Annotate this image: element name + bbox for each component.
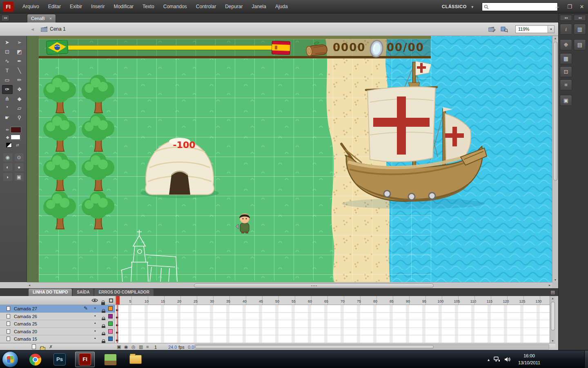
workspace-switcher[interactable]: CLÁSSICO ▾ xyxy=(442,0,473,13)
edit-scene-icon[interactable] xyxy=(488,26,496,32)
stroke-color-swatch[interactable] xyxy=(11,127,21,132)
gradient-transform-tool[interactable]: ◩ xyxy=(14,47,25,56)
playhead[interactable] xyxy=(116,296,120,305)
center-frame-button[interactable]: ▣ xyxy=(117,344,121,350)
show-desktop-button[interactable] xyxy=(584,350,588,368)
tree-sprites[interactable] xyxy=(43,75,114,229)
zoom-tool[interactable]: ⚲ xyxy=(14,113,25,122)
zoom-control[interactable]: 119% ▾ xyxy=(515,25,555,33)
tl-scroll-down-icon[interactable]: ▼ xyxy=(550,339,555,342)
transform-panel-icon[interactable]: ⊡ xyxy=(560,66,572,77)
tl-hscroll-thumb[interactable] xyxy=(195,345,434,349)
stage-vscroll-thumb[interactable] xyxy=(553,42,558,181)
timeline-horizontal-scrollbar[interactable] xyxy=(194,344,549,350)
new-layer-button[interactable] xyxy=(32,344,36,349)
brush-mode-icon[interactable]: ◐ xyxy=(3,163,12,171)
subselection-tool[interactable]: ➢ xyxy=(14,38,25,47)
brush-tool[interactable]: ✑ xyxy=(2,85,13,94)
tab-linha-do-tempo[interactable]: LINHA DO TEMPO xyxy=(29,289,72,296)
minimize-icon[interactable]: – xyxy=(554,4,561,10)
hand-tool[interactable]: ☛ xyxy=(2,113,13,122)
deco-tool[interactable]: ❖ xyxy=(14,85,25,94)
ship-sprite[interactable] xyxy=(341,61,487,209)
rectangle-tool[interactable]: ▭ xyxy=(2,76,13,85)
layer-row[interactable]: Camada 27✎• xyxy=(0,305,550,313)
lasso-tool[interactable]: ∿ xyxy=(2,57,13,66)
network-icon[interactable] xyxy=(494,357,500,362)
tl-scroll-up-icon[interactable]: ▲ xyxy=(550,297,555,300)
properties-panel-icon[interactable]: i xyxy=(560,24,572,35)
start-button[interactable] xyxy=(2,352,18,367)
edit-symbol-icon[interactable] xyxy=(501,26,508,32)
layer-frames[interactable] xyxy=(115,335,550,343)
frame-rate-value[interactable]: 24.0 xyxy=(168,345,177,350)
taskbar-item-flash[interactable]: Fl xyxy=(75,352,95,367)
lock-fill-icon[interactable]: ▣ xyxy=(15,173,24,181)
color-panel-icon[interactable]: ❉ xyxy=(560,39,572,50)
collapse-panel-icon[interactable]: ◂◂ xyxy=(1,15,9,21)
show-hide-layers-icon[interactable] xyxy=(91,298,98,303)
outline-layers-icon[interactable] xyxy=(109,298,113,303)
bone-tool[interactable]: ⋔ xyxy=(2,94,13,103)
object-drawing-icon[interactable]: ⊙ xyxy=(15,153,24,162)
tab-erros-do-compilador[interactable]: ERROS DO COMPILADOR xyxy=(94,289,153,296)
menu-item-texto[interactable]: Texto xyxy=(138,0,159,13)
speaker-icon[interactable] xyxy=(504,357,510,362)
taskbar-item-game[interactable] xyxy=(100,352,120,367)
scroll-right-icon[interactable]: ▸ xyxy=(549,283,550,287)
layer-frames[interactable] xyxy=(115,313,550,321)
menu-item-controlar[interactable]: Controlar xyxy=(192,0,220,13)
scroll-down-icon[interactable]: ▼ xyxy=(552,278,558,281)
layer-outline-color[interactable] xyxy=(108,329,113,334)
frame-ruler[interactable]: 5101520253035404550556065707580859095100… xyxy=(115,296,550,305)
stage-hscroll-thumb[interactable] xyxy=(194,283,434,288)
eyedropper-tool[interactable]: ❜ xyxy=(2,104,13,113)
church-sketch-sprite[interactable] xyxy=(121,230,177,282)
panel-menu-icon[interactable]: ▤ xyxy=(551,289,555,295)
tab-close-icon[interactable]: × xyxy=(49,16,52,21)
layer-row[interactable]: Camada 25• xyxy=(0,320,550,328)
menu-item-exibir[interactable]: Exibir xyxy=(65,0,87,13)
layer-frames[interactable] xyxy=(115,305,550,313)
layer-visibility-dot[interactable]: • xyxy=(94,336,96,341)
maximize-icon[interactable]: ❐ xyxy=(566,4,573,10)
layer-outline-color[interactable] xyxy=(108,337,113,341)
menu-item-editar[interactable]: Editar xyxy=(44,0,65,13)
layer-row-header[interactable]: Camada 20• xyxy=(0,328,115,336)
menu-item-ajuda[interactable]: Ajuda xyxy=(271,0,292,13)
layer-row-header[interactable]: Camada 15• xyxy=(0,335,115,343)
black-white-button[interactable] xyxy=(6,143,12,148)
layer-row-header[interactable]: Camada 27✎• xyxy=(0,305,115,313)
stage-vertical-scrollbar[interactable]: ▲ ▼ xyxy=(552,36,558,282)
paint-bucket-tool[interactable]: ◆ xyxy=(14,94,25,103)
tl-vscroll-thumb[interactable] xyxy=(551,302,555,330)
layer-frames[interactable] xyxy=(115,320,550,328)
layer-outline-color[interactable] xyxy=(108,321,113,326)
back-icon[interactable]: ◂ xyxy=(31,26,34,32)
brush-shape-icon[interactable]: ◗ xyxy=(3,173,12,181)
text-tool[interactable]: T xyxy=(2,66,13,75)
layer-row-header[interactable]: Camada 25• xyxy=(0,320,115,328)
stage-horizontal-scrollbar[interactable]: ◂ ▸ xyxy=(27,282,552,288)
snap-to-objects-icon[interactable]: ◉ xyxy=(3,153,12,162)
onion-skin-outlines-button[interactable]: ◎ xyxy=(131,344,136,350)
swatches-panel-icon[interactable]: ▦ xyxy=(560,53,572,64)
close-icon[interactable]: ✕ xyxy=(578,4,586,10)
library-panel-icon[interactable]: ▥ xyxy=(574,24,586,35)
pen-tool[interactable]: ✒ xyxy=(14,57,25,66)
search-input[interactable] xyxy=(490,4,552,10)
layer-outline-color[interactable] xyxy=(108,306,113,311)
app-logo[interactable]: Fl xyxy=(3,2,13,12)
pencil-tool[interactable]: ✏ xyxy=(14,76,25,85)
stage[interactable]: 0000 00/00 -100 xyxy=(27,36,552,282)
selection-tool[interactable]: ➤ xyxy=(2,38,13,47)
layer-visibility-dot[interactable]: • xyxy=(94,306,96,310)
menu-item-janela[interactable]: Janela xyxy=(247,0,271,13)
zoom-dropdown-icon[interactable]: ▾ xyxy=(548,26,554,33)
free-transform-tool[interactable]: ⊡ xyxy=(2,47,13,56)
scroll-up-icon[interactable]: ▲ xyxy=(552,37,558,40)
layer-row[interactable]: Camada 26• xyxy=(0,313,550,321)
tab-saida[interactable]: SAÍDA xyxy=(73,289,94,296)
layer-outline-color[interactable] xyxy=(108,314,113,319)
taskbar-clock[interactable]: 16:00 13/10/2011 xyxy=(514,352,544,366)
